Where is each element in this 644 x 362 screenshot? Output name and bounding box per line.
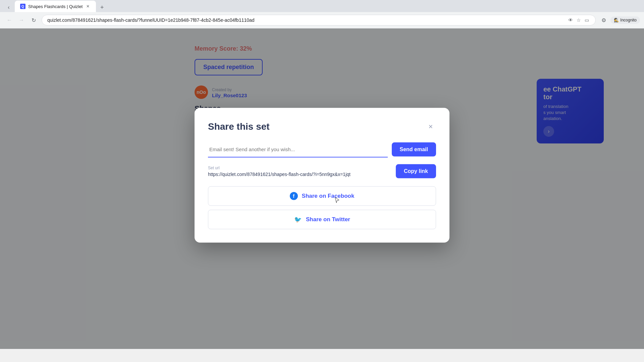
share-facebook-button[interactable]: f Share on Facebook	[208, 186, 436, 206]
tab-bar: ‹ Q Shapes Flashcards | Quizlet ✕ +	[0, 0, 644, 12]
page-content: Memory Score: 32% Spaced repetition nOo …	[0, 28, 644, 349]
address-bar-row: ← → ↻ quizlet.com/878491621/shapes-flash…	[0, 12, 644, 28]
address-bar[interactable]: quizlet.com/878491621/shapes-flash-cards…	[42, 15, 596, 25]
tab-back-icon[interactable]: ‹	[4, 3, 13, 12]
tab-title: Shapes Flashcards | Quizlet	[28, 4, 83, 9]
new-tab-button[interactable]: +	[97, 3, 107, 12]
nav-controls: ← → ↻	[4, 15, 39, 25]
facebook-icon: f	[290, 192, 298, 200]
address-icons: 👁 ☆ ▭	[567, 17, 590, 23]
star-icon[interactable]: ☆	[575, 17, 582, 23]
tab-close-button[interactable]: ✕	[85, 4, 91, 9]
incognito-icon: 🕵	[614, 18, 619, 22]
forward-button[interactable]: →	[16, 15, 27, 25]
share-buttons: f Share on Facebook 🐦 Share on Twitter	[208, 186, 436, 229]
modal-close-button[interactable]: ×	[425, 121, 436, 132]
device-icon[interactable]: ▭	[583, 17, 590, 23]
tab-favicon: Q	[20, 4, 25, 9]
modal-title: Share this set	[208, 121, 270, 132]
send-email-button[interactable]: Send email	[392, 142, 436, 157]
active-tab[interactable]: Q Shapes Flashcards | Quizlet ✕	[15, 1, 96, 12]
share-twitter-button[interactable]: 🐦 Share on Twitter	[208, 210, 436, 229]
url-row: Set url https://quizlet.com/878491621/sh…	[208, 164, 436, 178]
email-input[interactable]	[208, 141, 388, 158]
url-text: https://quizlet.com/878491621/shapes-fla…	[208, 172, 392, 177]
extensions-button[interactable]: ⚙	[598, 15, 609, 25]
share-modal: Share this set × Send email Set url http…	[195, 108, 449, 243]
twitter-icon: 🐦	[294, 216, 302, 224]
eye-off-icon: 👁	[567, 17, 574, 23]
back-button[interactable]: ←	[4, 15, 15, 25]
browser-actions: ⚙ 🕵 Incognito	[598, 15, 640, 25]
modal-header: Share this set ×	[208, 121, 436, 132]
reload-button[interactable]: ↻	[28, 15, 39, 25]
email-row: Send email	[208, 141, 436, 158]
share-facebook-label: Share on Facebook	[302, 193, 355, 199]
copy-link-button[interactable]: Copy link	[396, 164, 436, 178]
address-text: quizlet.com/878491621/shapes-flash-cards…	[47, 17, 565, 23]
url-label: Set url	[208, 166, 392, 170]
incognito-badge: 🕵 Incognito	[610, 16, 640, 24]
browser-chrome: ‹ Q Shapes Flashcards | Quizlet ✕ + ← → …	[0, 0, 644, 28]
share-twitter-label: Share on Twitter	[306, 216, 350, 223]
incognito-label: Incognito	[620, 18, 637, 22]
url-section: Set url https://quizlet.com/878491621/sh…	[208, 166, 392, 177]
